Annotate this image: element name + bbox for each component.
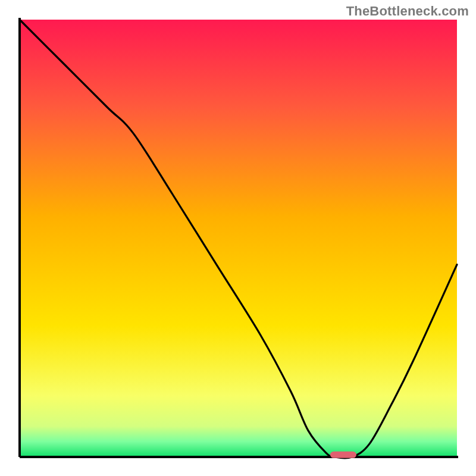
bottleneck-chart: [0, 0, 476, 476]
watermark-text: TheBottleneck.com: [346, 4, 469, 19]
optimal-marker: [330, 452, 356, 458]
chart-container: TheBottleneck.com: [0, 0, 476, 476]
